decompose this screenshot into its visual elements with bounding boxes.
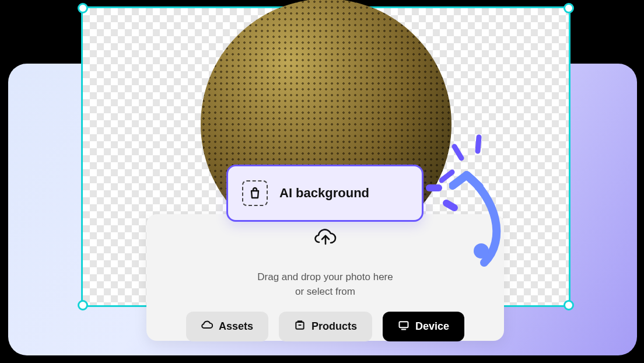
device-button-label: Device [415,320,449,333]
cloud-upload-icon [314,228,337,249]
upload-instruction-line2: or select from [295,286,355,297]
svg-rect-1 [400,322,408,327]
upload-instruction: Drag and drop your photo here or select … [146,270,504,299]
cloud-icon [201,320,213,333]
dash-decorator [426,184,442,191]
resize-handle-bottom-right[interactable] [564,300,574,310]
monitor-icon [398,320,410,333]
resize-handle-bottom-left[interactable] [78,300,88,310]
device-button[interactable]: Device [383,312,464,341]
resize-handle-top-right[interactable] [564,3,574,13]
upload-source-row: Assets Products Device [146,312,504,341]
products-button[interactable]: Products [279,312,372,341]
ai-background-label: AI background [279,186,369,201]
assets-button-label: Assets [219,320,253,333]
products-button-label: Products [312,320,357,333]
assets-button[interactable]: Assets [186,312,268,341]
upload-instruction-line1: Drag and drop your photo here [257,271,393,282]
resize-handle-top-left[interactable] [78,3,88,13]
upload-panel: Drag and drop your photo here or select … [146,214,504,341]
ai-background-popover[interactable]: AI background [226,165,424,222]
package-icon [294,319,306,334]
bag-dashed-icon [242,180,268,206]
